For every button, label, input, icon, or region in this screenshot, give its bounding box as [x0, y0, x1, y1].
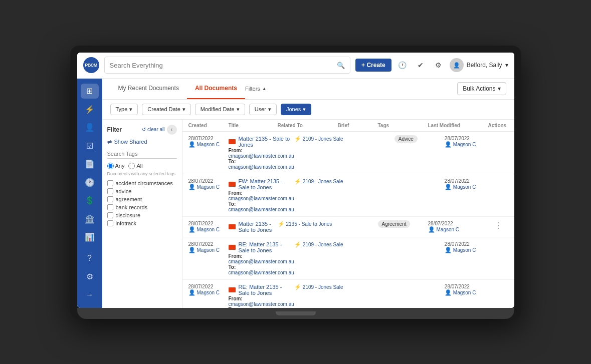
actions-menu[interactable]: ⋮ — [505, 284, 514, 293]
col-brief: Brief — [338, 123, 378, 128]
jones-filter-btn[interactable]: Jones ▾ — [281, 104, 311, 115]
doc-last-modified: 28/07/2022 👤 Magson C — [428, 221, 488, 233]
nav-icon-collapse[interactable]: → — [81, 287, 99, 303]
app-logo: PBCM — [83, 57, 99, 73]
nav-icon-tasks[interactable]: ☑ — [81, 138, 99, 154]
search-input[interactable] — [110, 62, 333, 69]
body-split: Filter ↺ clear all ‹ ⇌ Show Sh — [102, 120, 514, 308]
chevron-down-icon: ▾ — [237, 106, 240, 113]
type-filter-btn[interactable]: Type ▾ — [110, 104, 138, 115]
search-tags-input[interactable] — [107, 149, 177, 159]
nav-icon-lightning[interactable]: ⚡ — [81, 102, 99, 117]
tag-checkbox-disclosure[interactable] — [107, 212, 113, 218]
tag-checkbox-accident[interactable] — [107, 180, 113, 186]
settings-circle-icon[interactable]: ⚙ — [432, 58, 446, 72]
person-icon: 👤 — [445, 141, 452, 148]
tag-item-infotrack[interactable]: infotrack — [107, 220, 177, 226]
show-shared[interactable]: ⇌ Show Shared — [107, 139, 177, 145]
tab-all-documents[interactable]: All Documents — [187, 79, 245, 99]
actions-menu[interactable]: ⋮ — [505, 178, 514, 188]
nav-icon-documents[interactable]: 📄 — [81, 157, 99, 172]
nav-icon-person[interactable]: 👤 — [81, 120, 99, 136]
related-link[interactable]: ⚡ 2135 - Sale to Jones — [278, 221, 338, 227]
modified-date-filter-btn[interactable]: Modified Date ▾ — [195, 104, 245, 115]
tag-checkbox-bank-records[interactable] — [107, 204, 113, 210]
email-icon — [229, 182, 236, 187]
doc-related: ⚡ 2109 - Jones Sale — [294, 178, 354, 185]
nav-icon-billing[interactable]: 💲 — [81, 193, 99, 209]
tag-checkbox-infotrack[interactable] — [107, 220, 113, 226]
table-row: 28/07/2022 👤 Magson C Matter 2135 - Sale… — [182, 217, 514, 237]
doc-last-modified: 28/07/2022 👤 Magson C — [445, 136, 505, 148]
related-link[interactable]: ⚡ 2109 - Jones Sale — [294, 241, 354, 248]
nav-icon-dashboard[interactable]: ⊞ — [81, 84, 99, 99]
doc-last-modified: 28/07/2022 👤 Magson C — [445, 178, 505, 190]
tag-item-disclosure[interactable]: disclosure — [107, 212, 177, 218]
doc-created: 28/07/2022 👤 Magson C — [188, 178, 229, 190]
doc-created: 28/07/2022 👤 Magson C — [188, 284, 229, 296]
col-tags: Tags — [378, 123, 428, 128]
doc-title-link[interactable]: RE: Matter 2135 - Sale to Jones — [239, 241, 294, 253]
tag-item-bank-records[interactable]: bank records — [107, 204, 177, 210]
check-icon[interactable]: ✔ — [414, 58, 428, 72]
related-link[interactable]: ⚡ 2109 - Jones Sale — [294, 178, 354, 185]
email-icon — [229, 287, 236, 292]
any-radio[interactable]: Any — [107, 163, 125, 169]
tag-checkbox-advice[interactable] — [107, 188, 113, 194]
user-area[interactable]: 👤 Belford, Sally ▾ — [450, 58, 508, 72]
clear-all-link[interactable]: ↺ clear all — [142, 127, 164, 132]
doc-title-link[interactable]: Matter 2135 - Sale to Jones — [239, 136, 294, 148]
doc-title-cell: RE: Matter 2135 - Sale to Jones From: cm… — [229, 241, 294, 275]
bolt-icon: ⚡ — [294, 178, 301, 185]
tag-item-agreement[interactable]: agreement — [107, 196, 177, 202]
doc-title-link[interactable]: Matter 2135 - Sale to Jones — [239, 221, 278, 233]
email-icon — [229, 245, 236, 250]
related-link[interactable]: ⚡ 2109 - Jones Sale — [294, 136, 354, 142]
nav-icon-reports[interactable]: 📊 — [81, 230, 99, 245]
nav-icon-bank[interactable]: 🏦 — [81, 211, 99, 227]
bulk-actions-button[interactable]: Bulk Actions ▾ — [457, 82, 506, 95]
col-created: Created — [188, 123, 229, 128]
person-icon: 👤 — [188, 289, 195, 296]
doc-tags: Advice — [395, 136, 445, 142]
col-last-modified: Last Modified — [428, 123, 488, 128]
tag-item-advice[interactable]: advice — [107, 188, 177, 194]
person-icon: 👤 — [188, 226, 195, 233]
filters-pill[interactable]: Filters ▲ — [245, 86, 267, 92]
nav-icon-settings[interactable]: ⚙ — [81, 269, 99, 285]
actions-menu[interactable]: ⋮ — [505, 241, 514, 251]
table-row: 28/07/2022 👤 Magson C RE: Matter 2135 - … — [182, 280, 514, 308]
topbar: PBCM 🔍 + Create 🕐 ✔ ⚙ 👤 Belford, Sally ▾ — [77, 53, 514, 79]
content-area: My Recent Documents All Documents Filter… — [102, 79, 514, 308]
nav-icon-clock[interactable]: 🕐 — [81, 175, 99, 190]
created-date-filter-btn[interactable]: Created Date ▾ — [142, 104, 190, 115]
nav-icon-help[interactable]: ? — [81, 251, 99, 266]
filters-label: Filters — [245, 86, 260, 92]
tab-my-recent[interactable]: My Recent Documents — [110, 79, 187, 99]
all-radio[interactable]: All — [128, 163, 142, 169]
actions-menu[interactable]: ⋮ — [488, 221, 508, 230]
user-filter-btn[interactable]: User ▾ — [249, 104, 277, 115]
search-bar[interactable]: 🔍 — [104, 57, 351, 74]
collapse-btn[interactable]: ‹ — [167, 125, 177, 135]
col-actions: Actions — [488, 123, 508, 128]
table-row: 28/07/2022 👤 Magson C RE: Matter 2135 - … — [182, 237, 514, 280]
related-link[interactable]: ⚡ 2109 - Jones Sale — [294, 284, 354, 290]
tag-checkbox-agreement[interactable] — [107, 196, 113, 202]
show-shared-label: Show Shared — [114, 139, 147, 145]
person-icon: 👤 — [188, 141, 195, 148]
type-label: Type — [116, 106, 128, 112]
created-date-label: Created Date — [147, 106, 180, 112]
doc-title-link[interactable]: RE: Matter 2135 - Sale to Jones — [239, 284, 294, 296]
history-icon[interactable]: 🕐 — [396, 58, 410, 72]
doc-tags: Agreement — [378, 221, 428, 227]
clear-all-label: clear all — [147, 127, 164, 132]
table-row: 28/07/2022 👤 Magson C FW: Matter 2135 - … — [182, 174, 514, 217]
modified-date-label: Modified Date — [201, 106, 235, 112]
any-all-note: Documents with any selected tags — [107, 171, 177, 176]
tag-item-accident[interactable]: accident circumstances — [107, 180, 177, 186]
doc-related: ⚡ 2109 - Jones Sale — [294, 136, 354, 142]
create-button[interactable]: + Create — [355, 59, 391, 72]
doc-title-link[interactable]: FW: Matter 2135 - Sale to Jones — [239, 178, 294, 190]
actions-menu[interactable]: ⋮ — [505, 136, 514, 145]
